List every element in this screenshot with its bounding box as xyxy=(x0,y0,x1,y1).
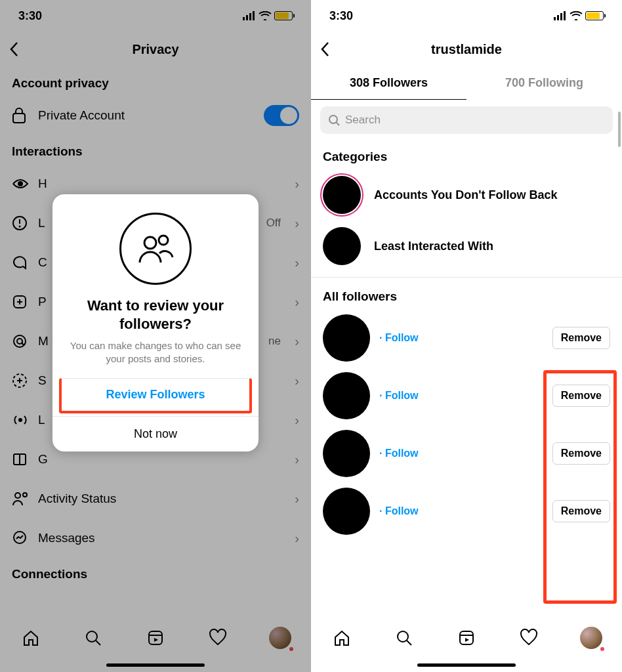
category-row-leastinteracted[interactable]: Least Interacted With xyxy=(311,220,622,272)
scrollbar[interactable] xyxy=(618,112,621,147)
follower-avatar[interactable] xyxy=(323,488,370,535)
tab-reels[interactable] xyxy=(453,625,480,651)
follower-row[interactable]: Follow Remove xyxy=(311,309,622,367)
follower-row[interactable]: Follow Remove xyxy=(311,482,622,540)
tab-following[interactable]: 700 Following xyxy=(466,67,622,100)
not-now-button[interactable]: Not now xyxy=(52,416,259,452)
svg-rect-29 xyxy=(554,17,556,20)
follower-avatar[interactable] xyxy=(323,430,370,477)
tab-home[interactable] xyxy=(329,625,355,651)
people-icon xyxy=(119,213,192,285)
follower-avatar[interactable] xyxy=(323,372,370,419)
svg-rect-37 xyxy=(460,631,473,644)
review-followers-modal: Want to review your followers? You can m… xyxy=(52,194,259,452)
follow-link[interactable]: Follow xyxy=(379,332,419,343)
tab-followers[interactable]: 308 Followers xyxy=(311,67,466,100)
svg-line-34 xyxy=(337,123,339,125)
header: trustlamide xyxy=(311,32,622,67)
categories-label: Categories xyxy=(311,140,622,169)
svg-point-33 xyxy=(329,116,337,123)
category-avatar xyxy=(323,227,361,265)
follow-link[interactable]: Follow xyxy=(379,390,419,401)
category-row-nofollowback[interactable]: Accounts You Don't Follow Back xyxy=(311,169,622,220)
follower-row[interactable]: Follow Remove xyxy=(311,367,622,425)
svg-line-36 xyxy=(407,640,411,645)
follower-avatar[interactable] xyxy=(323,314,370,362)
review-followers-button[interactable]: Review Followers xyxy=(59,378,252,413)
tab-activity[interactable] xyxy=(516,625,542,651)
follow-link[interactable]: Follow xyxy=(379,448,419,459)
svg-rect-32 xyxy=(564,11,566,20)
follow-link[interactable]: Follow xyxy=(379,505,419,516)
search-icon xyxy=(328,114,340,126)
divider xyxy=(311,277,622,278)
remove-button[interactable]: Remove xyxy=(552,442,610,465)
status-icons xyxy=(554,11,604,20)
back-button[interactable] xyxy=(320,41,329,57)
follow-tabs: 308 Followers 700 Following xyxy=(311,67,622,100)
remove-button[interactable]: Remove xyxy=(552,500,610,522)
follower-row[interactable]: Follow Remove xyxy=(311,425,622,482)
wifi-icon xyxy=(570,11,583,20)
status-time: 3:30 xyxy=(329,9,353,23)
search-input[interactable]: Search xyxy=(320,106,613,134)
tab-search[interactable] xyxy=(391,625,417,651)
modal-title: Want to review your followers? xyxy=(52,297,259,333)
remove-button[interactable]: Remove xyxy=(552,327,610,349)
svg-rect-30 xyxy=(557,15,559,20)
remove-button[interactable]: Remove xyxy=(552,385,610,407)
svg-point-28 xyxy=(159,236,168,245)
home-indicator xyxy=(417,663,516,667)
all-followers-label: All followers xyxy=(311,280,622,309)
category-avatar xyxy=(323,176,361,214)
svg-rect-31 xyxy=(560,13,562,20)
category-label: Least Interacted With xyxy=(374,240,493,253)
svg-point-27 xyxy=(144,237,156,249)
category-label: Accounts You Don't Follow Back xyxy=(374,188,558,202)
modal-body: You can make changes to who can see your… xyxy=(52,333,259,378)
tab-profile[interactable] xyxy=(578,625,604,651)
profile-avatar-icon xyxy=(580,627,602,649)
cellular-icon xyxy=(554,11,567,20)
username-title: trustlamide xyxy=(431,42,502,57)
search-placeholder: Search xyxy=(345,114,381,127)
svg-point-35 xyxy=(398,631,408,642)
battery-icon xyxy=(585,11,604,20)
